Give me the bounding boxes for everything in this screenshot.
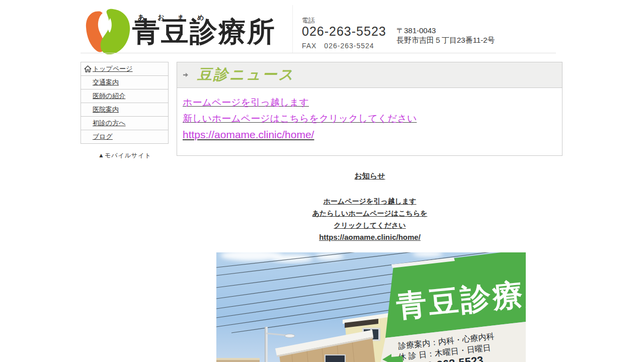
clinic-homepage: あおまめ 青豆診療所 電話 026-263-5523 FAX 026-263-5… bbox=[0, 0, 644, 362]
clinic-photo-image: 青豆診療所 診療案内：内科・心療内科 休 診 日：木曜日・日曜日 026-263… bbox=[216, 252, 526, 362]
header-divider bbox=[80, 53, 556, 53]
sidebar-item-label: トップページ bbox=[93, 64, 133, 73]
news-link-move-notice[interactable]: ホームページを引っ越します bbox=[183, 97, 309, 108]
sidebar-item-label: 初診の方へ bbox=[93, 119, 126, 128]
news-header: 豆診ニュース bbox=[177, 62, 562, 88]
announcement-line: あたらしいホームページはこちらを bbox=[177, 207, 563, 219]
fax-label: FAX bbox=[302, 42, 316, 50]
sidebar-item-first-visit[interactable]: 初診の方へ bbox=[80, 116, 169, 130]
garden-wall bbox=[216, 358, 260, 362]
fax-line: FAX 026-263-5524 bbox=[302, 42, 374, 50]
clinic-address: 〒381-0043 長野市吉田５丁目23番11-2号 bbox=[396, 26, 495, 45]
tel-number: 026-263-5523 bbox=[302, 24, 386, 39]
mobile-site-link[interactable]: ▲モバイルサイト bbox=[80, 151, 169, 160]
announcement-line: ホームページを引っ越します bbox=[177, 195, 563, 207]
logo-title: 青豆診療所 bbox=[132, 18, 276, 46]
postal-code: 〒381-0043 bbox=[396, 26, 495, 35]
bean-logo-icon bbox=[82, 8, 132, 55]
home-icon bbox=[84, 65, 92, 72]
news-link-url[interactable]: https://aomame.clinic/home/ bbox=[183, 129, 314, 140]
sidebar-item-clinic-info[interactable]: 医院案内 bbox=[80, 103, 169, 117]
sidebar-item-doctors[interactable]: 医師の紹介 bbox=[80, 89, 169, 103]
sidebar-item-top-page[interactable]: トップページ bbox=[80, 62, 169, 76]
clinic-sign: 青豆診療所 診療案内：内科・心療内科 休 診 日：木曜日・日曜日 026-263… bbox=[378, 252, 526, 362]
street-address: 長野市吉田５丁目23番11-2号 bbox=[396, 35, 495, 45]
news-link-click-here[interactable]: 新しいホームページはこちらをクリックしてください bbox=[183, 113, 417, 124]
clinic-logo[interactable]: あおまめ 青豆診療所 bbox=[80, 5, 293, 53]
news-body: ホームページを引っ越します 新しいホームページはこちらをクリックしてください h… bbox=[177, 88, 562, 156]
sidebar-nav: トップページ 交通案内 医師の紹介 医院案内 初診の方へ ブログ bbox=[80, 62, 169, 144]
arrow-right-icon bbox=[183, 72, 189, 78]
sidebar-item-label: ブログ bbox=[93, 132, 113, 141]
sidebar-item-blog[interactable]: ブログ bbox=[80, 130, 169, 144]
news-section: 豆診ニュース ホームページを引っ越します 新しいホームページはこちらをクリックし… bbox=[177, 62, 562, 156]
news-title: 豆診ニュース bbox=[197, 65, 295, 85]
announcement: お知らせ ホームページを引っ越します あたらしいホームページはこちらを クリック… bbox=[177, 172, 563, 243]
sidebar-item-access[interactable]: 交通案内 bbox=[80, 75, 169, 89]
announcement-line: クリックしてください bbox=[177, 219, 563, 231]
sidebar-item-label: 交通案内 bbox=[93, 78, 119, 87]
announcement-title: お知らせ bbox=[177, 172, 563, 180]
fax-number: 026-263-5524 bbox=[324, 42, 374, 50]
announcement-url-link[interactable]: https://aomame.clinic/home/ bbox=[177, 231, 563, 243]
sidebar-item-label: 医院案内 bbox=[93, 105, 119, 114]
sidebar-item-label: 医師の紹介 bbox=[93, 92, 125, 101]
clinic-photo: 青豆診療所 診療案内：内科・心療内科 休 診 日：木曜日・日曜日 026-263… bbox=[216, 252, 526, 362]
